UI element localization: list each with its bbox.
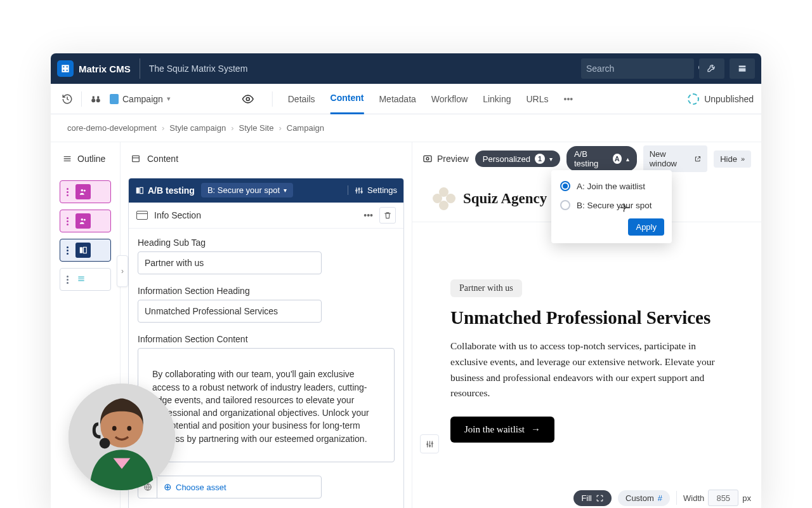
drag-handle-icon[interactable] (63, 217, 72, 225)
fill-mode-button[interactable]: Fill (573, 490, 612, 506)
outline-block-active[interactable] (60, 239, 111, 262)
settings-label: Settings (367, 185, 397, 195)
binoculars-icon[interactable] (87, 90, 105, 108)
svg-rect-13 (84, 247, 87, 253)
panel-button[interactable] (730, 58, 755, 79)
external-link-icon (694, 155, 701, 163)
secondary-bar: Campaign ▾ Details Content Metadata Work… (51, 84, 761, 114)
svg-point-7 (246, 97, 249, 100)
svg-rect-2 (739, 68, 746, 71)
ab-split-icon (75, 243, 91, 258)
drag-handle-icon[interactable] (63, 246, 72, 255)
preview-body: Partner with us Unmatched Professional S… (412, 222, 761, 468)
personalized-pill[interactable]: Personalized 1 ▾ (475, 150, 560, 167)
choose-asset-button[interactable]: ⊕ Choose asset (157, 481, 233, 493)
tab-linking[interactable]: Linking (483, 84, 511, 114)
eye-icon (422, 154, 433, 164)
preview-adjust-button[interactable] (420, 434, 439, 453)
people-icon (75, 184, 91, 199)
hide-button[interactable]: Hide » (714, 150, 751, 168)
svg-point-18 (358, 188, 360, 189)
ab-option[interactable]: B: Secure your spot (551, 196, 672, 215)
chevron-up-icon: ▴ (626, 156, 629, 163)
settings-button[interactable]: Settings (348, 185, 397, 195)
field-label: Information Section Heading (138, 286, 395, 296)
tab-content[interactable]: Content (331, 84, 364, 114)
chevron-right-icon: › (162, 123, 164, 133)
svg-rect-5 (93, 96, 95, 98)
radio-selected-icon (560, 181, 570, 191)
variant-selector[interactable]: B: Secure your spot ▾ (201, 183, 293, 197)
svg-point-17 (356, 189, 357, 190)
preview-toggle-icon[interactable] (239, 90, 257, 108)
drag-handle-icon[interactable] (63, 276, 72, 284)
heading-input[interactable] (138, 300, 322, 323)
content-textarea[interactable] (138, 348, 395, 462)
breadcrumb-item[interactable]: core-demo-development (67, 123, 157, 133)
breadcrumb-item[interactable]: Campaign (287, 123, 324, 133)
ab-testing-pill[interactable]: A/B testing A ▴ (566, 146, 637, 171)
outline-block[interactable] (60, 268, 111, 291)
heading-sub-tag-input[interactable] (138, 251, 322, 274)
cta-button[interactable]: Join the waitlist → (450, 417, 554, 443)
more-options-icon[interactable]: ••• (363, 210, 373, 220)
outline-block[interactable] (60, 180, 111, 203)
svg-point-8 (81, 189, 84, 192)
tab-workflow[interactable]: Workflow (431, 84, 468, 114)
width-input[interactable] (708, 490, 738, 506)
breadcrumb-item[interactable]: Style Site (239, 123, 273, 133)
preview-label: Preview (437, 154, 469, 164)
asset-selector[interactable]: Campaign ▾ (110, 94, 171, 104)
content-title: Content (147, 154, 178, 164)
svg-rect-15 (136, 187, 140, 193)
trash-icon (383, 211, 392, 220)
page-body-text: Collaborate with us to access top-notch … (450, 338, 723, 401)
asset-picker[interactable]: ⊕ Choose asset (138, 476, 322, 498)
svg-point-22 (426, 157, 429, 160)
svg-point-23 (426, 443, 428, 444)
plus-icon: ⊕ (164, 481, 172, 493)
svg-point-24 (429, 445, 430, 446)
ab-option[interactable]: A: Join the waitlist (551, 177, 672, 196)
chevron-double-right-icon: » (741, 155, 745, 163)
new-window-label: New window (650, 149, 690, 168)
svg-point-3 (91, 98, 95, 102)
outline-block[interactable] (60, 210, 111, 232)
tab-urls[interactable]: URLs (527, 84, 549, 114)
svg-point-4 (96, 98, 100, 102)
delete-section-button[interactable] (379, 207, 396, 224)
logo-block: Matrix CMS (57, 58, 140, 79)
radio-icon (560, 200, 570, 210)
ab-testing-label: A/B testing (148, 185, 195, 196)
width-label: Width (683, 493, 704, 503)
new-window-button[interactable]: New window (643, 145, 707, 172)
tab-details[interactable]: Details (288, 84, 315, 114)
list-icon (75, 274, 87, 285)
svg-point-25 (431, 443, 433, 444)
ab-testing-dropdown: A: Join the waitlist B: Secure your spot… (551, 170, 672, 243)
section-header-row: Info Section ••• (129, 203, 403, 229)
search-input[interactable] (586, 64, 697, 74)
tools-button[interactable] (699, 58, 724, 79)
drag-handle-icon[interactable] (63, 188, 72, 196)
apply-button[interactable]: Apply (628, 218, 664, 236)
product-logo-icon (57, 60, 74, 77)
chevron-right-icon: › (231, 123, 233, 133)
global-search[interactable] (581, 58, 694, 79)
breadcrumb: core-demo-development › Style campaign ›… (51, 114, 761, 142)
sliders-icon (425, 439, 435, 449)
cta-label: Join the waitlist (464, 424, 525, 435)
more-tabs-icon[interactable]: ••• (564, 94, 573, 104)
svg-point-9 (84, 190, 86, 192)
breadcrumb-item[interactable]: Style campaign (169, 123, 226, 133)
history-icon[interactable] (58, 90, 76, 108)
tabs: Details Content Metadata Workflow Linkin… (239, 84, 573, 114)
expand-panel-button[interactable]: › (117, 255, 128, 287)
ab-testing-chip: A/B testing (135, 185, 195, 196)
svg-point-28 (112, 426, 117, 431)
arrow-right-icon: → (531, 424, 540, 435)
fill-label: Fill (581, 493, 592, 503)
custom-mode-button[interactable]: Custom # (618, 490, 670, 506)
svg-point-30 (100, 438, 110, 449)
tab-metadata[interactable]: Metadata (379, 84, 416, 114)
